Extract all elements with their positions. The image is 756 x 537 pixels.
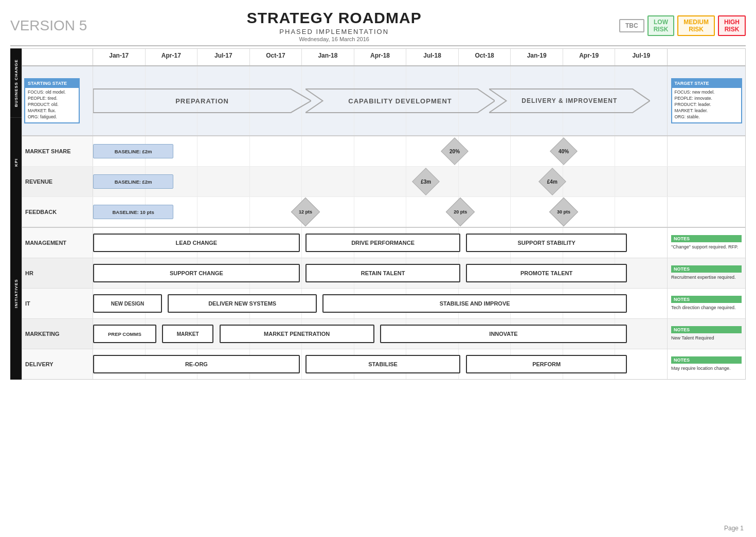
page-subtitle: PHASED IMPLEMENTATION [87, 28, 581, 35]
feedback-12pts-diamond: 12 pts [293, 200, 318, 224]
marketing-cells: PREP COMMS MARKET MARKET PENETRATION INN… [93, 319, 667, 349]
capability-arrow: CAPABILITY DEVELOPMENT [305, 86, 495, 115]
date-jan19: Jan-19 [510, 49, 563, 65]
mgmt-notes-text: "Change" support required. RFP. [671, 244, 742, 250]
date-oct17: Oct-17 [249, 49, 302, 65]
kpi-revenue-label: REVENUE [22, 167, 93, 196]
retain-talent-box: RETAIN TALENT [305, 264, 460, 282]
kpi-market-share-label: MARKET SHARE [22, 136, 93, 166]
feedback-baseline: BASELINE: 10 pts [93, 205, 173, 219]
section-label-initiatives: INITIATIVES [10, 207, 22, 380]
market-box: MARKET [162, 325, 213, 343]
legend-high-line2: RISK [724, 26, 740, 33]
hr-label: HR [22, 258, 93, 288]
date-jul17: Jul-17 [197, 49, 249, 65]
preparation-label: PREPARATION [93, 86, 311, 115]
date-oct18: Oct-18 [458, 49, 511, 65]
kpi-market-share-cells: BASELINE: £2m 20% 40% [93, 136, 667, 166]
perform-box: PERFORM [466, 355, 626, 373]
initiatives-section: MANAGEMENT LEAD CHANGE DRIVE PERFORMANCE… [22, 228, 745, 379]
kpi-market-share-row: MARKET SHARE BASELINE: £2m 20% [22, 136, 745, 167]
version-label: VERSION 5 [10, 17, 87, 34]
kpi-section: MARKET SHARE BASELINE: £2m 20% [22, 136, 745, 228]
date-jul19: Jul-19 [615, 49, 667, 65]
hr-notes-text: Recruitment expertise required. [671, 274, 742, 281]
revenue-baseline: BASELINE: £2m [93, 174, 173, 189]
market-share-20-diamond: 20% [443, 139, 466, 163]
hr-notes: NOTES Recruitment expertise required. [667, 258, 745, 288]
lead-change-box: LEAD CHANGE [93, 234, 300, 252]
new-design-box: NEW DESIGN [93, 294, 162, 313]
legend-medium-risk: MEDIUM RISK [677, 15, 715, 37]
it-label: IT [22, 289, 93, 318]
target-state-cell: TARGET STATE FOCUS: new model.PEOPLE: in… [667, 66, 745, 135]
support-change-box: SUPPORT CHANGE [93, 264, 300, 282]
legend-low-line2: RISK [654, 26, 669, 33]
mgmt-notes-tag: NOTES [671, 235, 742, 242]
marketing-notes-tag: NOTES [671, 326, 742, 333]
delivery-cells: RE-ORG STABILISE PERFORM [93, 349, 667, 379]
right-content: Jan-17 Apr-17 Jul-17 Oct-17 Jan-18 Apr-1… [22, 48, 746, 380]
date-apr18: Apr-18 [354, 49, 406, 65]
marketing-row: MARKETING PREP COMMS MARKET MARKET PENET… [22, 319, 745, 349]
market-share-baseline: BASELINE: £2m [93, 144, 173, 158]
prep-comms-box: PREP COMMS [93, 325, 156, 343]
feedback-30pts-diamond: 30 pts [551, 200, 577, 224]
date-apr19: Apr-19 [563, 49, 615, 65]
re-org-box: RE-ORG [93, 355, 300, 373]
delivery-notes-text: May require location change. [671, 365, 742, 372]
hr-notes-tag: NOTES [671, 265, 742, 273]
marketing-label: MARKETING [22, 319, 93, 349]
date-jan18: Jan-18 [301, 49, 354, 65]
mgmt-cells: LEAD CHANGE DRIVE PERFORMANCE SUPPORT ST… [93, 228, 667, 258]
market-penetration-box: MARKET PENETRATION [220, 325, 374, 343]
stabilise-improve-box: STABILISE AND IMPROVE [322, 294, 626, 313]
delivery-row: DELIVERY RE-ORG STABILISE PERFORM NOTES … [22, 349, 745, 379]
biz-arrows-area: PREPARATION CAPABILITY DEVELOPMENT [93, 66, 667, 135]
main-grid: BUSINESS CHANGE KPI INITIATIVES Jan-17 A… [10, 48, 746, 380]
legend-medium-line2: RISK [683, 26, 709, 33]
kpi-market-share-notes [667, 136, 745, 166]
delivery-notes: NOTES May require location change. [667, 349, 745, 379]
kpi-revenue-cells: BASELINE: £2m £3m £4m [93, 167, 667, 196]
it-notes: NOTES Tech direction change required. [667, 289, 745, 318]
legend-low-line1: LOW [654, 19, 669, 26]
revenue-3m-diamond: £3m [414, 170, 438, 193]
it-cells: NEW DESIGN DELIVER NEW SYSTEMS STABILISE… [93, 289, 667, 318]
target-state-body: FOCUS: new model.PEOPLE: innovate.PRODUC… [672, 90, 741, 120]
mgmt-label: MANAGEMENT [22, 228, 93, 258]
deliver-new-systems-box: DELIVER NEW SYSTEMS [168, 294, 317, 313]
kpi-revenue-row: REVENUE BASELINE: £2m £3m £4m [22, 167, 745, 197]
notes-header-cell [667, 49, 745, 65]
row-label-header-spacer [22, 49, 93, 65]
section-labels-col: BUSINESS CHANGE KPI INITIATIVES [10, 48, 22, 380]
header: VERSION 5 STRATEGY ROADMAP PHASED IMPLEM… [10, 9, 746, 42]
feedback-20pts-diamond: 20 pts [447, 200, 473, 224]
delivery-label: DELIVERY & IMPROVEMENT [489, 86, 650, 115]
starting-state-box: STARTING STATE FOCUS: old model.PEOPLE: … [24, 78, 80, 123]
legend-tbc: TBC [619, 19, 644, 32]
market-share-40-diamond: 40% [552, 139, 575, 163]
it-notes-tag: NOTES [671, 296, 742, 303]
legend-high-risk: HIGH RISK [718, 15, 746, 37]
hr-cells: SUPPORT CHANGE RETAIN TALENT PROMOTE TAL… [93, 258, 667, 288]
innovate-box: INNOVATE [380, 325, 627, 343]
date-cols: Jan-17 Apr-17 Jul-17 Oct-17 Jan-18 Apr-1… [93, 49, 667, 65]
section-label-business-change: BUSINESS CHANGE [10, 48, 22, 117]
marketing-notes-text: New Talent Required [671, 335, 742, 342]
delivery-notes-tag: NOTES [671, 356, 742, 364]
page-date: Wednesday, 16 March 2016 [87, 36, 581, 42]
date-header-row: Jan-17 Apr-17 Jul-17 Oct-17 Jan-18 Apr-1… [22, 49, 745, 66]
kpi-feedback-label: FEEDBACK [22, 197, 93, 227]
legend-high-line1: HIGH [724, 19, 740, 26]
kpi-feedback-row: FEEDBACK BASELINE: 10 pts 12 pts 20 pts [22, 197, 745, 227]
stabilise-box: STABILISE [305, 355, 460, 373]
hr-row: HR SUPPORT CHANGE RETAIN TALENT PROMOTE … [22, 258, 745, 289]
header-divider [10, 45, 746, 46]
kpi-feedback-notes [667, 197, 745, 227]
capability-label: CAPABILITY DEVELOPMENT [305, 86, 495, 115]
starting-state-header: STARTING STATE [25, 79, 79, 88]
page: VERSION 5 STRATEGY ROADMAP PHASED IMPLEM… [0, 0, 756, 537]
delivery-label: DELIVERY [22, 349, 93, 379]
starting-state-body: FOCUS: old model.PEOPLE: tired.PRODUCT: … [25, 90, 79, 120]
